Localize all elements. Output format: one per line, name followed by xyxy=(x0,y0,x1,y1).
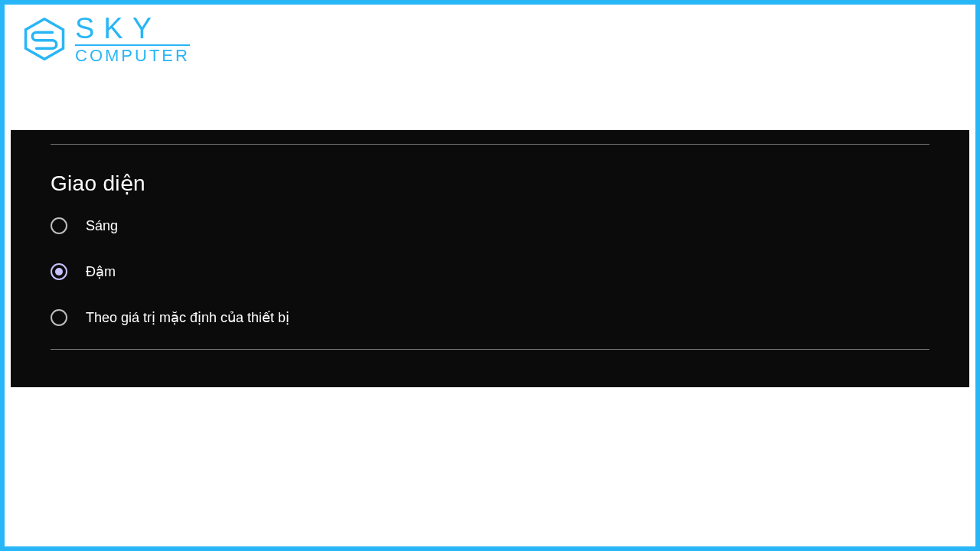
brand-logo: SKY COMPUTER xyxy=(23,14,190,64)
option-label: Sáng xyxy=(86,218,118,234)
brand-text: SKY COMPUTER xyxy=(75,14,190,64)
appearance-option-light[interactable]: Sáng xyxy=(51,217,929,234)
radio-unchecked-icon xyxy=(51,309,67,326)
section-title-appearance: Giao diện xyxy=(51,171,929,196)
divider-top xyxy=(51,144,929,145)
settings-panel: Giao diện Sáng Đậm Theo giá trị mặc định… xyxy=(11,130,969,387)
appearance-option-device-default[interactable]: Theo giá trị mặc định của thiết bị xyxy=(51,309,929,326)
brand-text-bottom: COMPUTER xyxy=(75,47,190,64)
brand-text-top: SKY xyxy=(75,14,190,46)
brand-mark-icon xyxy=(23,18,66,60)
radio-checked-icon xyxy=(51,263,67,280)
divider-bottom xyxy=(51,349,929,350)
appearance-option-dark[interactable]: Đậm xyxy=(51,263,929,280)
page-frame: SKY COMPUTER Giao diện Sáng Đậm Theo giá… xyxy=(0,0,980,551)
option-label: Đậm xyxy=(86,263,116,280)
appearance-options: Sáng Đậm Theo giá trị mặc định của thiết… xyxy=(51,217,929,326)
option-label: Theo giá trị mặc định của thiết bị xyxy=(86,309,289,326)
radio-unchecked-icon xyxy=(51,217,67,234)
